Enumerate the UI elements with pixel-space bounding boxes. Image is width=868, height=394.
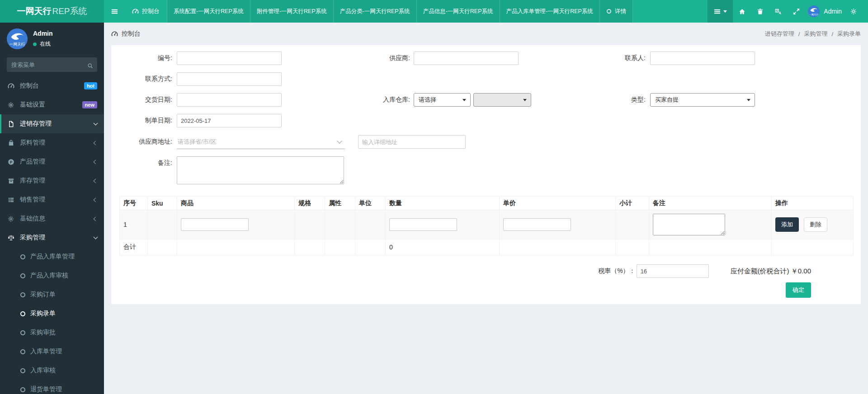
- svg-text:一网天行: 一网天行: [9, 42, 25, 47]
- sidebar-search: [7, 57, 97, 72]
- menu-label: 采购管理: [20, 234, 45, 242]
- confirm-button[interactable]: 确定: [786, 282, 811, 298]
- user-menu[interactable]: 一网天行 Admin: [808, 5, 842, 17]
- delete-row-button[interactable]: 删除: [804, 217, 827, 232]
- region-select[interactable]: 请选择省/市/区: [177, 135, 345, 149]
- remark-textarea[interactable]: [177, 156, 344, 184]
- gears-icon: [7, 102, 15, 108]
- submenu-label: 产品入库审核: [30, 272, 68, 280]
- menu-label: 控制台: [20, 82, 39, 90]
- chevron-left-icon: [94, 197, 98, 202]
- delivery-date-input[interactable]: [177, 93, 282, 107]
- sidebar-user-panel: 一网天行 Admin 在线: [0, 23, 104, 54]
- clear-cache-button[interactable]: [751, 0, 769, 23]
- sidebar-subitem-product-inbound-audit[interactable]: 产品入库审核: [0, 266, 104, 285]
- col-price: 单价: [500, 197, 616, 210]
- phone-input[interactable]: [177, 72, 282, 86]
- payable-amount-value: ￥0.00: [791, 267, 811, 275]
- tab-label: 系统配置-一网天行REP系统: [174, 8, 244, 15]
- navbar-tab-detail[interactable]: 详情: [599, 0, 633, 23]
- row-remark-textarea[interactable]: [653, 214, 725, 235]
- settings-button[interactable]: [844, 0, 863, 23]
- balance-scale-icon: [7, 235, 15, 241]
- navbar-tab-attachment-mgmt[interactable]: 附件管理-一网天行REP系统: [250, 0, 333, 23]
- warehouse-select[interactable]: 请选择: [414, 93, 471, 107]
- sidebar-subitem-purchase-order[interactable]: 采购订单: [0, 285, 104, 304]
- bars-icon: [111, 8, 118, 15]
- menu-label: 产品管理: [20, 158, 45, 166]
- sidebar-subitem-return-order-mgmt[interactable]: 退货单管理: [0, 380, 104, 394]
- chevron-down-icon: [94, 235, 98, 239]
- sidebar-item-stock-mgmt[interactable]: 库存管理: [0, 171, 104, 190]
- sidebar-user-name: Admin: [33, 30, 53, 37]
- navbar-dashboard-label: 控制台: [142, 7, 160, 15]
- menu-label: 原料管理: [20, 139, 45, 147]
- fullscreen-button[interactable]: [787, 0, 805, 23]
- type-select[interactable]: 买家自提: [650, 93, 755, 107]
- sidebar-item-inventory-mgmt[interactable]: 进销存管理: [0, 114, 104, 133]
- sidebar-item-product-mgmt[interactable]: P 产品管理: [0, 152, 104, 171]
- circle-icon: [20, 254, 25, 259]
- row-unit-cell: [355, 210, 386, 239]
- submenu-label: 采购录单: [30, 310, 56, 318]
- navbar-dashboard-tab[interactable]: 控制台: [125, 0, 167, 23]
- navbar-tab-system-config[interactable]: 系统配置-一网天行REP系统: [167, 0, 250, 23]
- sidebar-user-status: 在线: [33, 40, 53, 48]
- sidebar-item-purchase-mgmt[interactable]: 采购管理: [0, 228, 104, 247]
- supplier-input[interactable]: [414, 52, 519, 65]
- col-product: 商品: [177, 197, 295, 210]
- row-product-input[interactable]: [181, 218, 249, 231]
- caret-down-icon: [723, 10, 727, 14]
- circle-icon: [20, 368, 25, 373]
- tabs-menu-dropdown[interactable]: [708, 0, 733, 23]
- dashboard-icon: [7, 83, 15, 89]
- sidebar-item-material-mgmt[interactable]: 原料管理: [0, 133, 104, 152]
- row-price-input[interactable]: [503, 218, 571, 231]
- add-row-button[interactable]: 添加: [775, 217, 799, 232]
- tax-rate-input[interactable]: [637, 264, 709, 278]
- navbar-tab-product-category[interactable]: 产品分类-一网天行REP系统: [333, 0, 416, 23]
- breadcrumb-purchase[interactable]: 采购管理: [804, 30, 827, 38]
- circle-icon: [20, 311, 25, 316]
- page-title: 控制台: [111, 30, 141, 38]
- row-quantity-input[interactable]: [389, 218, 457, 231]
- sidebar-item-sales-mgmt[interactable]: 销售管理: [0, 190, 104, 209]
- archive-icon: [7, 178, 15, 184]
- sidebar-item-basic-info[interactable]: 基础信息: [0, 209, 104, 228]
- no-input[interactable]: [177, 52, 282, 65]
- online-dot-icon: [33, 42, 37, 46]
- row-sku-cell: [148, 210, 177, 239]
- menu-search-input[interactable]: [7, 57, 97, 72]
- col-spec: 规格: [295, 197, 325, 210]
- sidebar-subitem-inbound-audit[interactable]: 入库审核: [0, 361, 104, 380]
- sidebar-subitem-inbound-order-mgmt[interactable]: 入库单管理: [0, 342, 104, 361]
- trash-icon: [757, 8, 764, 15]
- warehouse-sub-select[interactable]: [473, 93, 531, 107]
- row-index-cell: 1: [120, 210, 148, 239]
- col-subtotal: 小计: [616, 197, 649, 210]
- sidebar-subitem-purchase-approval[interactable]: 采购审批: [0, 323, 104, 342]
- navbar-tab-product-info[interactable]: 产品信息-一网天行REP系统: [416, 0, 500, 23]
- submenu-label: 退货单管理: [30, 385, 62, 394]
- circle-icon: [20, 387, 25, 392]
- sidebar-subitem-product-inbound-mgmt[interactable]: 产品入库单管理: [0, 247, 104, 266]
- detail-address-input[interactable]: [358, 135, 466, 149]
- sidebar-subitem-purchase-entry[interactable]: 采购录单: [0, 304, 104, 323]
- navbar-tab-product-inbound-mgmt[interactable]: 产品入库单管理-一网天行REP系统: [500, 0, 599, 23]
- circle-icon: [606, 9, 612, 14]
- sidebar-item-dashboard[interactable]: 控制台 hot: [0, 76, 104, 95]
- main-content: 控制台 进销存管理 / 采购管理 / 采购录单 编号: 供应商: 联系人: 联系…: [104, 0, 868, 304]
- payable-amount-label: 应付金额(价税合计): [731, 267, 789, 275]
- sidebar-menu: 控制台 hot 基础设置 new 进销存管理 原料管理 P 产品管理 库存管理: [0, 76, 104, 394]
- sidebar-toggle-button[interactable]: [104, 0, 125, 23]
- submenu-label: 采购审批: [30, 328, 56, 337]
- breadcrumb-inventory[interactable]: 进销存管理: [765, 30, 794, 38]
- language-button[interactable]: [769, 0, 787, 23]
- make-date-input[interactable]: [177, 114, 282, 127]
- chevron-left-icon: [94, 141, 98, 145]
- contact-label: 联系人:: [519, 54, 650, 62]
- page-title-label: 控制台: [122, 30, 141, 38]
- home-button[interactable]: [733, 0, 751, 23]
- sidebar-item-basic-settings[interactable]: 基础设置 new: [0, 95, 104, 114]
- contact-input[interactable]: [650, 52, 755, 65]
